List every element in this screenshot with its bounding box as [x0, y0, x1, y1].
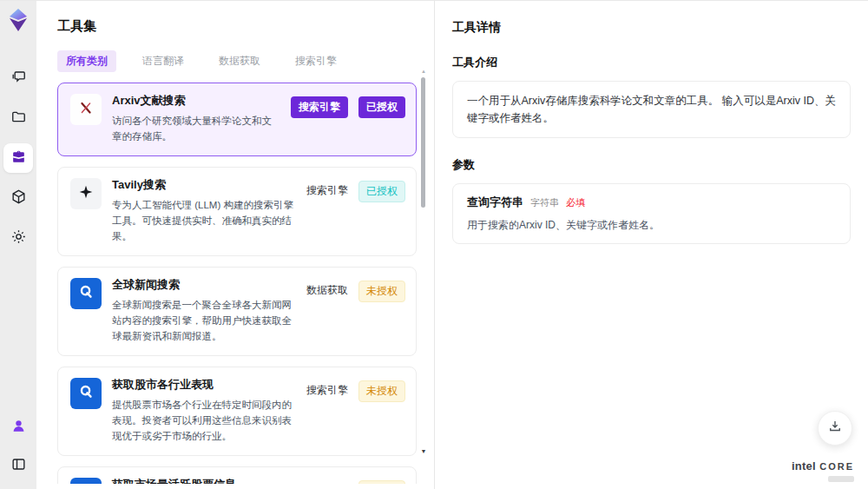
intel-core-logo: intel CORE: [792, 458, 854, 482]
intro-heading: 工具介绍: [452, 55, 851, 70]
tool-description: 专为人工智能代理 (LLM) 构建的搜索引擎工具。可快速提供实时、准确和真实的结…: [112, 197, 296, 245]
sidebar-item-files[interactable]: [3, 103, 33, 133]
sidebar-collapse-button[interactable]: [3, 451, 33, 480]
search-app-icon: [76, 482, 95, 484]
chat-icon: [10, 69, 27, 89]
auth-status-badge: 未授权: [358, 281, 405, 302]
tool-icon: [70, 378, 102, 409]
category-tag: 搜索引擎: [306, 480, 348, 484]
tool-icon: [70, 178, 102, 209]
tool-name: 获取市场最活跃股票信息: [112, 478, 296, 484]
tool-name: Tavily搜索: [112, 178, 296, 193]
param-box: 查询字符串 字符串 必填 用于搜索的Arxiv ID、关键字或作者姓名。: [452, 183, 851, 244]
auth-status-badge: 已授权: [358, 96, 405, 118]
sidebar-item-chat[interactable]: [3, 63, 33, 93]
tool-detail-pane: 工具详情 工具介绍 一个用于从Arxiv存储库搜索科学论文和文章的工具。 输入可…: [434, 1, 868, 489]
tool-card[interactable]: 获取市场最活跃股票信息 提供当天交易量最高的股票列表。投资者可以利用这些信息来识…: [57, 466, 417, 484]
sidebar-bottom: [3, 413, 33, 480]
tool-card[interactable]: 全球新闻搜索 全球新闻搜索是一个聚合全球各大新闻网站内容的搜索引擎，帮助用户快速…: [57, 267, 417, 356]
scroll-down-arrow[interactable]: ▼: [420, 448, 427, 454]
sidebar-item-tools[interactable]: [3, 143, 33, 173]
page-title: 工具集: [57, 18, 434, 35]
sidebar-nav: [3, 63, 33, 253]
auth-status-badge: 未授权: [358, 480, 405, 484]
search-app-icon: [76, 282, 95, 305]
core-wordmark: CORE: [819, 461, 854, 472]
tool-list: Arxiv文献搜索 访问各个研究领域大量科学论文和文章的存储库。 搜索引擎 已授…: [57, 83, 417, 484]
sidebar-item-packages[interactable]: [3, 183, 33, 213]
tool-description: 提供股票市场各个行业在特定时间段内的表现。投资者可以利用这些信息来识别表现优于或…: [112, 397, 296, 445]
auth-status-badge: 已授权: [358, 181, 405, 202]
category-tag: 搜索引擎: [306, 181, 348, 201]
scroll-up-arrow[interactable]: ▲: [420, 69, 427, 74]
tool-name: Arxiv文献搜索: [112, 94, 280, 109]
intro-text: 一个用于从Arxiv存储库搜索科学论文和文章的工具。 输入可以是Arxiv ID…: [467, 92, 836, 127]
category-tag: 搜索引擎: [306, 380, 348, 400]
tool-list-pane: 工具集 所有类别语言翻译数据获取搜索引擎 Arxiv文献搜索 访问各个研究领域大…: [36, 1, 434, 489]
search-app-icon: [76, 382, 95, 405]
collapse-sidebar-icon: [10, 456, 27, 476]
icon-sidebar: [0, 1, 36, 489]
category-tag: 搜索引擎: [291, 96, 348, 118]
tool-name: 全球新闻搜索: [112, 278, 296, 293]
download-icon: [827, 419, 843, 438]
category-tag: 数据获取: [306, 281, 348, 301]
tool-icon: [70, 94, 102, 125]
tool-card[interactable]: 获取股市各行业表现 提供股票市场各个行业在特定时间段内的表现。投资者可以利用这些…: [57, 367, 417, 456]
params-heading: 参数: [452, 157, 851, 173]
folder-icon: [10, 109, 27, 129]
sidebar-item-settings[interactable]: [3, 223, 33, 253]
category-tab[interactable]: 搜索引擎: [286, 50, 345, 72]
download-button[interactable]: [818, 411, 852, 446]
param-required-badge: 必填: [566, 196, 585, 209]
sidebar-item-account[interactable]: [3, 413, 33, 442]
tool-name: 获取股市各行业表现: [112, 378, 296, 393]
arxiv-logo-icon: [76, 98, 95, 121]
category-tab[interactable]: 数据获取: [210, 50, 269, 72]
scrollbar-thumb[interactable]: [421, 77, 425, 208]
detail-title: 工具详情: [452, 20, 851, 36]
auth-status-badge: 未授权: [358, 380, 405, 402]
tool-icon: [70, 478, 102, 484]
param-type: 字符串: [530, 196, 559, 209]
settings-icon: [10, 228, 27, 248]
toolbox-icon: [10, 149, 27, 169]
app-window: 工具集 所有类别语言翻译数据获取搜索引擎 Arxiv文献搜索 访问各个研究领域大…: [0, 0, 868, 489]
tool-card[interactable]: Tavily搜索 专为人工智能代理 (LLM) 构建的搜索引擎工具。可快速提供实…: [57, 167, 417, 256]
package-icon: [10, 188, 27, 208]
user-icon: [10, 418, 27, 438]
intro-box: 一个用于从Arxiv存储库搜索科学论文和文章的工具。 输入可以是Arxiv ID…: [452, 81, 851, 138]
ultra-badge-bar: [828, 476, 854, 482]
param-description: 用于搜索的Arxiv ID、关键字或作者姓名。: [467, 217, 836, 233]
sparkle-icon: [76, 182, 95, 205]
param-name: 查询字符串: [467, 195, 523, 210]
tool-description: 全球新闻搜索是一个聚合全球各大新闻网站内容的搜索引擎，帮助用户快速获取全球最新资…: [112, 297, 296, 345]
tool-card[interactable]: Arxiv文献搜索 访问各个研究领域大量科学论文和文章的存储库。 搜索引擎 已授…: [57, 83, 417, 156]
app-logo-icon: [6, 8, 30, 32]
category-tab[interactable]: 所有类别: [57, 50, 116, 72]
intel-wordmark: intel: [792, 459, 816, 472]
tool-description: 访问各个研究领域大量科学论文和文章的存储库。: [112, 113, 280, 145]
tool-icon: [70, 278, 102, 309]
category-tab[interactable]: 语言翻译: [134, 50, 193, 72]
list-scrollbar[interactable]: ▲ ▼: [420, 67, 427, 482]
category-tabs: 所有类别语言翻译数据获取搜索引擎: [57, 50, 434, 72]
